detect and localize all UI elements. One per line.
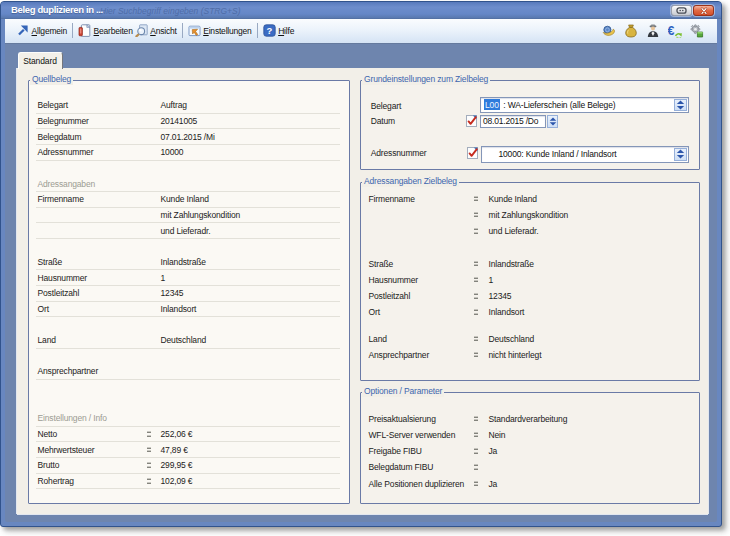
window-options-button[interactable]	[671, 5, 692, 16]
title-bar[interactable]: Hier Suchbegriff eingeben (STRG+S) Beleg…	[1, 2, 721, 19]
field-value: Ja	[489, 479, 498, 489]
field-value: Kunde Inland	[489, 194, 537, 204]
adressnummer-checkbox[interactable]	[467, 146, 478, 159]
equals-icon	[474, 433, 478, 438]
field-value: Auftrag	[161, 100, 187, 110]
field-value: Deutschland	[161, 335, 207, 345]
field-value: 1	[161, 273, 166, 283]
toolbar-item-einstellungen[interactable]: Einstellungen	[187, 24, 253, 37]
group-grundeinstellungen: Grundeinstellungen zum Zielbeleg Belegar…	[360, 80, 700, 171]
datum-label: Datum	[371, 116, 395, 126]
toolbar-item-bearbeiten[interactable]: Bearbeiten	[77, 24, 134, 37]
field-label: Alle Positionen duplizieren	[369, 479, 465, 489]
edit-document-icon	[78, 24, 91, 37]
toolbar-item-ansicht[interactable]: Ansicht	[134, 24, 178, 37]
settings-window-icon	[188, 24, 201, 37]
field-value: 47,89 €	[161, 445, 188, 455]
field-value: mit Zahlungskondition	[489, 210, 569, 220]
equals-icon	[147, 463, 151, 468]
checked-red-check-icon	[467, 146, 478, 159]
money-bag-icon[interactable]	[624, 24, 638, 38]
field-row: und Lieferadr.	[36, 223, 340, 239]
dialog-content: Quellbeleg BelegartAuftragBelegnummer201…	[17, 68, 708, 514]
field-value: Inlandsort	[161, 304, 197, 314]
field-value: Inlandstraße	[161, 257, 206, 267]
field-label: Ansprechpartner	[38, 366, 99, 376]
section-header-label: Einstellungen / Info	[38, 413, 107, 423]
field-label: Straße	[38, 257, 63, 267]
field-row: BelegartAuftrag	[36, 98, 340, 114]
equals-icon	[474, 481, 478, 486]
datum-checkbox[interactable]	[466, 114, 477, 127]
field-row: Postleitzahl12345	[36, 286, 340, 302]
field-row: und Lieferadr.	[361, 223, 699, 239]
field-row: Hausnummer1	[36, 270, 340, 286]
equals-icon	[474, 196, 478, 201]
toolbar-item-allgemein[interactable]: Allgemein	[15, 24, 68, 37]
field-row: Rohertrag102,09 €	[36, 474, 340, 490]
toolbar-item-label: Bearbeiten	[94, 26, 133, 36]
close-button[interactable]	[693, 5, 714, 16]
toolbar-right-icons: €	[602, 24, 704, 38]
checked-red-check-icon	[466, 114, 477, 127]
toolbar-separator	[182, 23, 183, 38]
field-label: Ansprechpartner	[369, 350, 430, 360]
field-value: 12345	[489, 291, 512, 301]
field-row: Brutto299,95 €	[36, 458, 340, 474]
datum-spinner-button[interactable]	[547, 115, 558, 129]
equals-icon	[474, 465, 478, 470]
section-header-row: Adressangaben	[36, 176, 340, 192]
person-icon[interactable]	[646, 24, 660, 38]
field-row: Hausnummer1	[361, 272, 699, 288]
tab-band: Standard Quellbeleg BelegartAuftragBeleg…	[5, 44, 717, 522]
toolbar-separator	[72, 23, 73, 38]
field-value: 10000	[161, 147, 184, 157]
field-value: mit Zahlungskondition	[161, 210, 241, 220]
datum-input[interactable]: 08.01.2015 /Do	[480, 115, 546, 129]
field-value: nicht hinterlegt	[489, 350, 542, 360]
toolbar-item-hilfe[interactable]: ?Hilfe	[262, 24, 296, 37]
adressnummer-combobox[interactable]: 10000: Kunde Inland / Inlandsort	[481, 146, 689, 163]
field-label: Preisaktualsierung	[369, 414, 436, 424]
toolbar-item-label: Ansicht	[150, 26, 177, 36]
magnifier-icon	[135, 24, 148, 37]
field-value: Inlandstraße	[489, 259, 534, 269]
adressnummer-spinner-button[interactable]	[674, 148, 688, 161]
group-adressangaben-zielbeleg: Adressangaben Zielbeleg FirmennameKunde …	[360, 182, 700, 381]
field-label: Belegart	[38, 100, 68, 110]
group-quellbeleg-legend: Quellbeleg	[30, 74, 73, 85]
close-icon	[700, 7, 708, 15]
belegart-combobox[interactable]: L00 : WA-Lieferschein (alle Belege)	[480, 97, 690, 114]
dialog-window: Hier Suchbegriff eingeben (STRG+S) Beleg…	[0, 1, 722, 527]
field-value: und Lieferadr.	[489, 226, 539, 236]
equals-icon	[474, 294, 478, 299]
field-label: Brutto	[38, 460, 60, 470]
field-value: Nein	[489, 430, 506, 440]
equals-icon	[474, 353, 478, 358]
field-label: Ort	[38, 304, 49, 314]
field-row: Freigabe FIBUJa	[361, 443, 699, 459]
datum-value: 08.01.2015 /Do	[483, 116, 538, 126]
field-value: Ja	[489, 446, 498, 456]
euro-refresh-icon[interactable]: €	[668, 24, 682, 38]
coin-hand-icon[interactable]	[602, 24, 616, 38]
group-quellbeleg: Quellbeleg BelegartAuftragBelegnummer201…	[28, 80, 350, 504]
field-row: FirmennameKunde Inland	[36, 192, 340, 208]
field-row: LandDeutschland	[36, 333, 340, 349]
field-row: FirmennameKunde Inland	[361, 191, 699, 207]
field-label: Mehrwertsteuer	[38, 445, 95, 455]
toolbar-separator	[257, 23, 258, 38]
group-grundeinstellungen-legend: Grundeinstellungen zum Zielbeleg	[362, 74, 490, 85]
field-label: Netto	[38, 429, 58, 439]
field-row: LandDeutschland	[361, 331, 699, 347]
spinner-diamond-icon	[676, 100, 685, 110]
gear-package-icon[interactable]	[690, 24, 704, 38]
belegart-spinner-button[interactable]	[674, 99, 688, 112]
toolbar-item-label: Allgemein	[32, 26, 68, 36]
optionen-rows: PreisaktualsierungStandardverarbeitungWF…	[361, 411, 699, 492]
equals-icon	[474, 213, 478, 218]
toolbar-item-label: Hilfe	[278, 26, 294, 36]
tab-standard[interactable]: Standard	[18, 52, 63, 69]
spacer-row	[361, 321, 699, 331]
group-adressangaben-zielbeleg-legend: Adressangaben Zielbeleg	[362, 176, 459, 187]
